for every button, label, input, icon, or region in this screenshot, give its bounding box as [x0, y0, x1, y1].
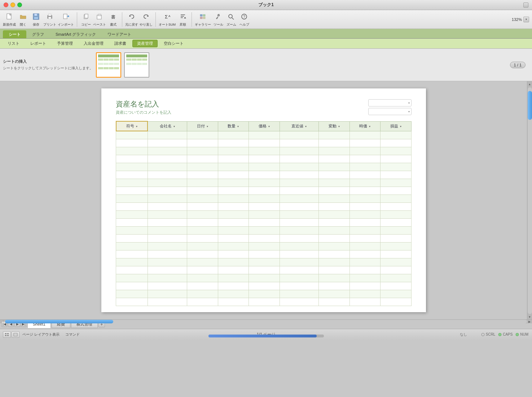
table-cell[interactable]: [280, 234, 319, 242]
table-cell[interactable]: [349, 147, 380, 155]
table-cell[interactable]: [381, 147, 411, 155]
table-cell[interactable]: [218, 139, 249, 147]
table-cell[interactable]: [187, 171, 218, 179]
vertical-scrollbar[interactable]: ▲ ▼: [527, 81, 532, 319]
table-cell[interactable]: [349, 242, 380, 250]
table-cell[interactable]: [116, 187, 148, 195]
paste-icon[interactable]: [94, 12, 105, 22]
table-cell[interactable]: [116, 226, 148, 234]
table-cell[interactable]: [349, 163, 380, 171]
table-cell[interactable]: [280, 242, 319, 250]
table-cell[interactable]: [148, 187, 187, 195]
table-cell[interactable]: [218, 179, 249, 187]
table-cell[interactable]: [249, 210, 280, 218]
table-cell[interactable]: [280, 155, 319, 163]
sub-tab-report[interactable]: レポート: [26, 40, 51, 47]
ribbon-tab-wordart[interactable]: ワードアート: [102, 30, 137, 38]
table-cell[interactable]: [349, 187, 380, 195]
table-cell[interactable]: [187, 155, 218, 163]
table-cell[interactable]: [218, 171, 249, 179]
table-cell[interactable]: [381, 131, 411, 139]
table-cell[interactable]: [249, 226, 280, 234]
table-cell[interactable]: [381, 187, 411, 195]
table-cell[interactable]: [319, 131, 349, 139]
toolbar-item-open[interactable]: 開く: [17, 12, 29, 27]
scroll-thumb-v[interactable]: [528, 91, 532, 120]
table-cell[interactable]: [319, 179, 349, 187]
col-header-company[interactable]: 会社名 ▾: [148, 121, 187, 131]
table-cell[interactable]: [249, 298, 280, 306]
table-cell[interactable]: [116, 258, 148, 266]
table-cell[interactable]: [148, 171, 187, 179]
table-cell[interactable]: [249, 171, 280, 179]
table-cell[interactable]: [381, 282, 411, 290]
table-cell[interactable]: [187, 147, 218, 155]
table-cell[interactable]: [116, 234, 148, 242]
sub-tab-blank[interactable]: 空白シート: [159, 40, 188, 47]
table-cell[interactable]: [349, 226, 380, 234]
col-header-recent[interactable]: 直近値 ▾: [280, 121, 319, 131]
toolbar-item-sort[interactable]: 昇順: [177, 12, 189, 27]
table-cell[interactable]: [218, 163, 249, 171]
col-header-price[interactable]: 価格 ▾: [249, 121, 280, 131]
table-cell[interactable]: [148, 131, 187, 139]
table-cell[interactable]: [148, 195, 187, 202]
table-cell[interactable]: [319, 226, 349, 234]
table-cell[interactable]: [381, 210, 411, 218]
toolbar-item-undo[interactable]: 元に戻す: [125, 12, 138, 27]
table-cell[interactable]: [187, 298, 218, 306]
table-cell[interactable]: [116, 163, 148, 171]
table-cell[interactable]: [319, 218, 349, 226]
table-cell[interactable]: [381, 290, 411, 298]
table-cell[interactable]: [187, 195, 218, 202]
table-cell[interactable]: [280, 131, 319, 139]
toolbar-item-help[interactable]: ? ヘルプ: [238, 12, 250, 27]
table-cell[interactable]: [349, 274, 380, 282]
table-cell[interactable]: [218, 282, 249, 290]
table-cell[interactable]: [187, 282, 218, 290]
table-cell[interactable]: [349, 298, 380, 306]
table-cell[interactable]: [349, 155, 380, 163]
table-cell[interactable]: [148, 147, 187, 155]
table-cell[interactable]: [381, 274, 411, 282]
table-cell[interactable]: [349, 179, 380, 187]
table-cell[interactable]: [116, 282, 148, 290]
col-header-date[interactable]: 日付 ▾: [187, 121, 218, 131]
table-cell[interactable]: [187, 266, 218, 274]
table-cell[interactable]: [249, 163, 280, 171]
table-cell[interactable]: [116, 290, 148, 298]
table-cell[interactable]: [249, 147, 280, 155]
table-cell[interactable]: [381, 226, 411, 234]
toolbar-item-zoom[interactable]: ズーム: [225, 12, 237, 27]
table-cell[interactable]: [381, 258, 411, 266]
table-cell[interactable]: [187, 187, 218, 195]
table-cell[interactable]: [249, 155, 280, 163]
autosum-icon[interactable]: Σ A: [162, 12, 173, 22]
table-cell[interactable]: [218, 195, 249, 202]
table-cell[interactable]: [381, 171, 411, 179]
table-cell[interactable]: [280, 187, 319, 195]
scroll-thumb-h[interactable]: [5, 320, 113, 323]
toolbar-item-gallery[interactable]: ギャラリー: [195, 12, 211, 27]
help-icon[interactable]: ?: [238, 12, 250, 22]
toolbar-item-paste[interactable]: ペースト: [93, 12, 106, 27]
tools-icon[interactable]: [212, 12, 224, 22]
table-cell[interactable]: [218, 234, 249, 242]
table-cell[interactable]: [249, 282, 280, 290]
table-cell[interactable]: [249, 179, 280, 187]
table-cell[interactable]: [187, 210, 218, 218]
table-cell[interactable]: [218, 218, 249, 226]
table-cell[interactable]: [381, 242, 411, 250]
table-cell[interactable]: [148, 290, 187, 298]
table-cell[interactable]: [319, 234, 349, 242]
table-cell[interactable]: [148, 250, 187, 258]
table-cell[interactable]: [319, 210, 349, 218]
copy-icon[interactable]: [80, 12, 92, 22]
table-cell[interactable]: [148, 179, 187, 187]
table-cell[interactable]: [349, 139, 380, 147]
table-cell[interactable]: [280, 226, 319, 234]
table-cell[interactable]: [319, 266, 349, 274]
table-cell[interactable]: [249, 266, 280, 274]
sheet-subtitle[interactable]: 資産についてのコメントを記入: [116, 110, 412, 115]
table-cell[interactable]: [349, 195, 380, 202]
